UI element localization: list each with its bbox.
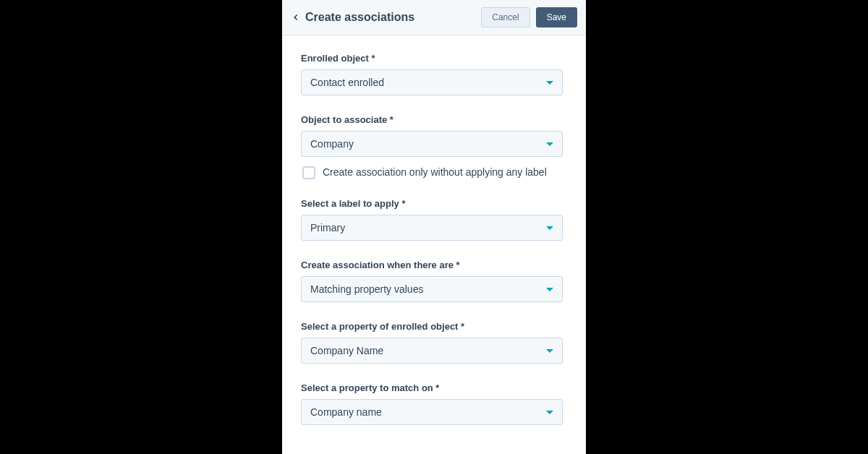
panel-header: Create associations Cancel Save bbox=[282, 0, 586, 35]
without-label-checkbox-label: Create association only without applying… bbox=[323, 166, 547, 179]
panel-body: Enrolled object * Contact enrolled Objec… bbox=[282, 35, 586, 454]
chevron-down-icon bbox=[546, 81, 553, 85]
field-object-to-associate: Object to associate * Company Create ass… bbox=[301, 114, 563, 179]
field-label-to-apply: Select a label to apply * Primary bbox=[301, 198, 563, 241]
create-when-label: Create association when there are * bbox=[301, 260, 563, 270]
back-icon[interactable] bbox=[291, 12, 301, 22]
enrolled-object-label: Enrolled object * bbox=[301, 53, 563, 64]
object-to-associate-label: Object to associate * bbox=[301, 114, 563, 125]
chevron-down-icon bbox=[546, 226, 553, 230]
chevron-down-icon bbox=[546, 411, 553, 414]
property-match-select[interactable]: Company name bbox=[301, 399, 563, 425]
property-match-value: Company name bbox=[310, 406, 382, 418]
chevron-down-icon bbox=[546, 349, 553, 353]
field-enrolled-object: Enrolled object * Contact enrolled bbox=[301, 53, 563, 95]
object-to-associate-value: Company bbox=[310, 138, 354, 150]
checkbox-row: Create association only without applying… bbox=[301, 166, 563, 179]
field-property-match: Select a property to match on * Company … bbox=[301, 382, 563, 425]
chevron-down-icon bbox=[546, 142, 553, 146]
label-to-apply-label: Select a label to apply * bbox=[301, 198, 563, 209]
property-enrolled-value: Company Name bbox=[310, 345, 383, 356]
object-to-associate-select[interactable]: Company bbox=[301, 131, 563, 157]
property-enrolled-label: Select a property of enrolled object * bbox=[301, 321, 563, 332]
without-label-checkbox[interactable] bbox=[302, 166, 315, 179]
label-to-apply-value: Primary bbox=[310, 222, 345, 234]
create-when-value: Matching property values bbox=[310, 283, 423, 295]
property-enrolled-select[interactable]: Company Name bbox=[301, 338, 563, 364]
enrolled-object-value: Contact enrolled bbox=[310, 77, 384, 88]
property-match-label: Select a property to match on * bbox=[301, 382, 563, 393]
enrolled-object-select[interactable]: Contact enrolled bbox=[301, 69, 563, 95]
create-when-select[interactable]: Matching property values bbox=[301, 276, 563, 302]
create-associations-panel: Create associations Cancel Save Enrolled… bbox=[282, 0, 586, 454]
header-actions: Cancel Save bbox=[481, 7, 577, 27]
header-left: Create associations bbox=[291, 11, 414, 24]
field-property-enrolled: Select a property of enrolled object * C… bbox=[301, 321, 563, 364]
save-button[interactable]: Save bbox=[536, 7, 577, 27]
label-to-apply-select[interactable]: Primary bbox=[301, 215, 563, 241]
chevron-down-icon bbox=[546, 288, 553, 291]
field-create-when: Create association when there are * Matc… bbox=[301, 260, 563, 302]
panel-title: Create associations bbox=[305, 11, 414, 24]
cancel-button[interactable]: Cancel bbox=[481, 7, 529, 27]
